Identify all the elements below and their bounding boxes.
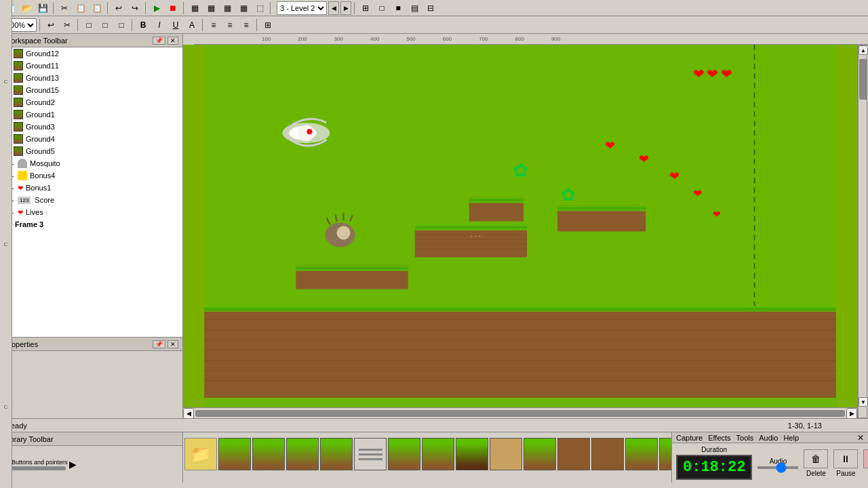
undo2-btn[interactable]: ↩	[43, 18, 58, 32]
lib-item-10[interactable]	[557, 437, 590, 478]
lib-item-6[interactable]	[422, 437, 454, 478]
v-scrollbar-thumb[interactable]	[859, 59, 867, 100]
canvas-area[interactable]: ❤ ❤ ❤ ❤ ❤ ❤ ❤ ❤	[183, 45, 857, 418]
align-left-btn[interactable]: ≡	[206, 18, 221, 32]
tree-item-ground1[interactable]: Ground1	[0, 108, 182, 121]
scroll-right-btn[interactable]: ▶	[846, 408, 857, 419]
frame3-label: Frame 3	[15, 220, 43, 228]
duration-label: Duration	[701, 446, 727, 453]
tree-item-ground13[interactable]: Ground13	[0, 72, 182, 84]
tree-item-ground15[interactable]: Ground15	[0, 84, 182, 96]
tree-item-ground12[interactable]: Ground12	[0, 47, 182, 60]
lib-category-label: Buttons and pointers	[12, 459, 68, 466]
undo-btn[interactable]: ↩	[111, 1, 126, 15]
lib-item-12[interactable]	[625, 437, 658, 478]
color-btn[interactable]: A	[184, 18, 199, 32]
grid-btn5[interactable]: ⬚	[252, 1, 267, 15]
lib-next-btn[interactable]: ▶	[69, 459, 77, 470]
bold-btn[interactable]: B	[136, 18, 151, 32]
tree-item-ground4[interactable]: Ground4	[0, 133, 182, 145]
stop-btn[interactable]: ⏹	[863, 449, 868, 468]
lib-scroll[interactable]	[12, 466, 66, 470]
view-btn2[interactable]: ■	[391, 1, 406, 15]
lib-item-13[interactable]	[659, 437, 671, 478]
view-btn1[interactable]: □	[374, 1, 389, 15]
grid-btn2[interactable]: ▦	[203, 1, 218, 15]
transform-btn[interactable]: ✂	[60, 18, 75, 32]
canvas-wrapper: 100200300400500600700800900 C C C ❤ ❤	[183, 34, 868, 418]
snap-btn[interactable]: ⊞	[260, 18, 275, 32]
right-scrollbar[interactable]: ▲ ▼	[857, 45, 868, 418]
play-btn[interactable]: ▶	[149, 1, 164, 15]
paste-btn[interactable]: 📋	[90, 1, 104, 15]
ground11-label: Ground11	[26, 62, 59, 70]
tree-item-frame3[interactable]: Frame 3	[0, 218, 182, 230]
properties-pin-btn[interactable]: 📌	[153, 340, 165, 348]
capture-menu-help[interactable]: Help	[783, 434, 799, 442]
platform-large	[415, 224, 527, 257]
delete-section: 🗑 Delete	[804, 449, 828, 477]
pause-btn[interactable]: ⏸	[833, 449, 858, 468]
lib-item-2[interactable]	[252, 437, 285, 478]
tile3-icon	[286, 438, 319, 470]
lib-item-7[interactable]	[456, 437, 488, 478]
workspace-close-btn[interactable]: ✕	[167, 37, 178, 45]
select-btn[interactable]: □	[81, 18, 96, 32]
italic-btn[interactable]: I	[152, 18, 167, 32]
copy-btn[interactable]: 📋	[73, 1, 88, 15]
grid-btn3[interactable]: ▦	[220, 1, 235, 15]
lib-item-folder[interactable]: 📁	[184, 437, 217, 478]
lib-item-4[interactable]	[320, 437, 353, 478]
h-scrollbar[interactable]: ◀ ▶	[183, 407, 857, 418]
tree-item-ground3[interactable]: Ground3	[0, 121, 182, 133]
tree-item-ground11[interactable]: Ground11	[0, 60, 182, 72]
tree-item-mosquito[interactable]: — Mosquito	[0, 157, 182, 169]
capture-close-btn[interactable]: ✕	[857, 433, 864, 443]
tree-item-lives[interactable]: — ❤ Lives	[0, 206, 182, 218]
properties-close-btn[interactable]: ✕	[167, 340, 178, 348]
grid-btn1[interactable]: ▦	[187, 1, 202, 15]
lib-item-9[interactable]	[524, 437, 556, 478]
h-scrollbar-thumb[interactable]	[195, 410, 845, 417]
fit-btn[interactable]: ⊞	[358, 1, 373, 15]
tree-item-bonus4[interactable]: — Bonus4	[0, 169, 182, 182]
grid-btn4[interactable]: ▦	[236, 1, 251, 15]
delete-btn[interactable]: 🗑	[804, 449, 828, 468]
next-level-btn[interactable]: ▶	[340, 1, 351, 15]
lib-item-1[interactable]	[218, 437, 251, 478]
level-select[interactable]: 3 - Level 2	[277, 1, 327, 15]
scroll-left-btn[interactable]: ◀	[183, 408, 194, 419]
view-btn3[interactable]: ▤	[407, 1, 422, 15]
capture-menu-audio[interactable]: Audio	[759, 434, 778, 442]
lib-item-11[interactable]	[591, 437, 624, 478]
view-btn4[interactable]: ⊟	[423, 1, 438, 15]
align-right-btn[interactable]: ≡	[239, 18, 254, 32]
scroll-up-btn[interactable]: ▲	[859, 45, 868, 55]
capture-menu-capture[interactable]: Capture	[676, 434, 703, 442]
align-center-btn[interactable]: ≡	[222, 18, 237, 32]
lib-item-5[interactable]	[388, 437, 420, 478]
ground3-label: Ground3	[26, 123, 55, 131]
tree-item-ground2[interactable]: Ground2	[0, 96, 182, 108]
capture-menu-tools[interactable]: Tools	[736, 434, 754, 442]
scroll-down-btn[interactable]: ▼	[859, 397, 868, 407]
lib-item-list1[interactable]	[354, 437, 387, 478]
workspace-pin-btn[interactable]: 📌	[153, 37, 165, 45]
select3-btn[interactable]: □	[114, 18, 129, 32]
underline-btn[interactable]: U	[168, 18, 183, 32]
tree-item-score[interactable]: — 123 Score	[0, 194, 182, 206]
lib-item-3[interactable]	[286, 437, 319, 478]
cut-btn[interactable]: ✂	[57, 1, 72, 15]
tree-item-bonus1[interactable]: — ❤ Bonus1	[0, 182, 182, 194]
stop-toolbar-btn[interactable]: ⏹	[165, 1, 180, 15]
audio-slider[interactable]	[757, 466, 798, 469]
capture-menu-effects[interactable]: Effects	[708, 434, 730, 442]
select2-btn[interactable]: □	[98, 18, 113, 32]
open-btn[interactable]: 📂	[19, 1, 34, 15]
tree-item-ground5[interactable]: Ground5	[0, 145, 182, 157]
workspace-tree[interactable]: Ground12 Ground11 Ground13 Ground15 Grou…	[0, 47, 182, 337]
prev-level-btn[interactable]: ◀	[328, 1, 339, 15]
redo-btn[interactable]: ↪	[127, 1, 142, 15]
save-btn[interactable]: 💾	[35, 1, 50, 15]
lib-item-8[interactable]	[490, 437, 522, 478]
